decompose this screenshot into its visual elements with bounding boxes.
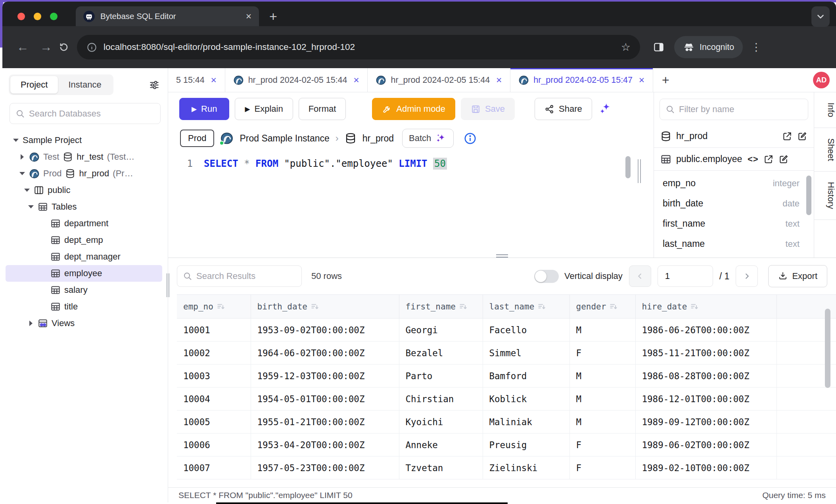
table-cell[interactable]: M: [569, 410, 635, 433]
close-window-button[interactable]: [17, 13, 25, 20]
new-editor-tab-button[interactable]: +: [653, 68, 678, 92]
table-cell[interactable]: 10004: [177, 388, 251, 410]
table-cell[interactable]: 1957-05-23T00:00:00Z: [251, 456, 399, 479]
caret-icon[interactable]: [28, 321, 34, 326]
explain-button[interactable]: ▶ Explain: [235, 98, 293, 120]
sql-editor[interactable]: 1 SELECT * FROM "public"."employee" LIMI…: [168, 153, 654, 258]
next-page-button[interactable]: [736, 265, 758, 287]
sort-icon[interactable]: [690, 302, 699, 311]
prev-page-button[interactable]: [629, 265, 651, 287]
table-row[interactable]: 100051955-01-21T00:00:00ZKyoichiMaliniak…: [177, 410, 836, 433]
side-panel-icon[interactable]: [653, 41, 665, 53]
caret-icon[interactable]: [19, 172, 25, 175]
format-button[interactable]: Format: [299, 98, 346, 120]
table-cell[interactable]: Anneke: [399, 433, 483, 456]
table-row[interactable]: 100031959-12-03T00:00:00ZPartoBamfordM19…: [177, 365, 836, 388]
tab-search-button[interactable]: [811, 6, 830, 27]
rail-tab-sheet[interactable]: Sheet: [814, 128, 836, 172]
editor-tab-3[interactable]: hr_prod 2024-02-05 15:44✕: [368, 68, 510, 92]
table-cell[interactable]: 1989-02-10T00:00:00Z: [635, 456, 777, 479]
table-cell[interactable]: 10001: [177, 319, 251, 342]
table-cell[interactable]: 1989-09-12T00:00:00Z: [635, 410, 777, 433]
tree-item-public[interactable]: public: [6, 182, 162, 199]
column-header-gender[interactable]: gender: [569, 295, 635, 319]
caret-icon[interactable]: [13, 139, 19, 142]
close-tab-icon[interactable]: ✕: [639, 76, 645, 85]
table-cell[interactable]: 10005: [177, 410, 251, 433]
table-cell[interactable]: Simmel: [483, 342, 569, 365]
minimize-window-button[interactable]: [34, 13, 41, 20]
table-cell[interactable]: 10007: [177, 456, 251, 479]
caret-icon[interactable]: [19, 154, 25, 160]
browser-menu-button[interactable]: ⋮: [751, 41, 761, 53]
instance-name[interactable]: Prod Sample Instance: [240, 133, 329, 144]
environment-chip[interactable]: Prod: [180, 130, 214, 147]
table-cell[interactable]: Georgi: [399, 319, 483, 342]
column-header-first_name[interactable]: first_name: [399, 295, 483, 319]
database-search-input[interactable]: Search Databases: [10, 103, 161, 124]
sort-icon[interactable]: [459, 302, 468, 311]
column-row-emp_no[interactable]: emp_nointeger: [654, 173, 814, 193]
external-link-icon[interactable]: [782, 131, 792, 141]
close-tab-icon[interactable]: ✕: [353, 76, 360, 85]
column-row-first_name[interactable]: first_nametext: [654, 214, 814, 234]
caret-icon[interactable]: [24, 189, 30, 192]
browser-tab[interactable]: Bytebase SQL Editor ✕: [76, 6, 259, 26]
user-avatar[interactable]: AD: [813, 72, 830, 88]
column-header-hire_date[interactable]: hire_date: [635, 295, 777, 319]
column-row-birth_date[interactable]: birth_datedate: [654, 193, 814, 214]
table-row[interactable]: 100011953-09-02T00:00:00ZGeorgiFacelloM1…: [177, 319, 836, 342]
table-cell[interactable]: M: [569, 365, 635, 388]
tree-item-views[interactable]: Views: [6, 315, 162, 332]
table-cell[interactable]: 1985-11-21T00:00:00Z: [635, 342, 777, 365]
tree-item-dept-manager[interactable]: dept_manager: [6, 248, 162, 265]
sort-icon[interactable]: [311, 302, 319, 311]
table-cell[interactable]: 1989-06-02T00:00:00Z: [635, 433, 777, 456]
table-cell[interactable]: F: [569, 433, 635, 456]
table-cell[interactable]: Tzvetan: [399, 456, 483, 479]
view-code-icon[interactable]: <>: [748, 154, 759, 164]
sort-icon[interactable]: [609, 302, 618, 311]
table-cell[interactable]: 1986-06-26T00:00:00Z: [635, 319, 777, 342]
filter-settings-icon[interactable]: [149, 79, 160, 90]
bookmark-star-icon[interactable]: ☆: [621, 41, 631, 53]
page-input[interactable]: 1: [658, 265, 713, 287]
sort-icon[interactable]: [217, 302, 225, 311]
splitter-handle[interactable]: [496, 254, 508, 258]
close-tab-icon[interactable]: ✕: [245, 12, 252, 21]
forward-button[interactable]: →: [40, 40, 52, 54]
editor-scrollbar[interactable]: [625, 156, 631, 178]
table-cell[interactable]: Facello: [483, 319, 569, 342]
results-search-input[interactable]: Search Results: [177, 265, 302, 287]
table-cell[interactable]: Preusig: [483, 433, 569, 456]
rail-tab-history[interactable]: History: [814, 172, 836, 220]
tree-item-dept-emp[interactable]: dept_emp: [6, 232, 162, 248]
edit-icon[interactable]: [778, 154, 789, 164]
editor-tab-1[interactable]: 5 15:44✕: [168, 68, 225, 92]
table-cell[interactable]: Bamford: [483, 365, 569, 388]
schema-filter-input[interactable]: Filter by name: [660, 99, 808, 120]
table-row[interactable]: 100041954-05-01T00:00:00ZChirstianKoblic…: [177, 388, 836, 410]
close-tab-icon[interactable]: ✕: [211, 76, 217, 85]
results-scrollbar[interactable]: [825, 309, 830, 388]
sidebar-tab-instance[interactable]: Instance: [58, 76, 111, 94]
table-cell[interactable]: F: [569, 342, 635, 365]
tree-item-title[interactable]: title: [6, 298, 162, 315]
column-header-emp_no[interactable]: emp_no: [177, 295, 251, 319]
batch-mode-chip[interactable]: Batch: [402, 129, 454, 148]
table-cell[interactable]: 1986-12-01T00:00:00Z: [635, 388, 777, 410]
share-button[interactable]: Share: [535, 98, 592, 120]
database-name[interactable]: hr_prod: [362, 133, 394, 144]
table-cell[interactable]: 10002: [177, 342, 251, 365]
zoom-window-button[interactable]: [50, 13, 58, 20]
schema-table-row[interactable]: public.employee <>: [654, 148, 814, 171]
table-cell[interactable]: Parto: [399, 365, 483, 388]
rail-tab-info[interactable]: Info: [814, 92, 836, 128]
info-circle-icon[interactable]: [464, 132, 477, 145]
table-row[interactable]: 100071957-05-23T00:00:00ZTzvetanZielinsk…: [177, 456, 836, 479]
schema-database-row[interactable]: hr_prod: [654, 125, 814, 148]
table-cell[interactable]: 1955-01-21T00:00:00Z: [251, 410, 399, 433]
tree-item-department[interactable]: department: [6, 215, 162, 232]
table-row[interactable]: 100061953-04-20T00:00:00ZAnnekePreusigF1…: [177, 433, 836, 456]
table-cell[interactable]: 1954-05-01T00:00:00Z: [251, 388, 399, 410]
